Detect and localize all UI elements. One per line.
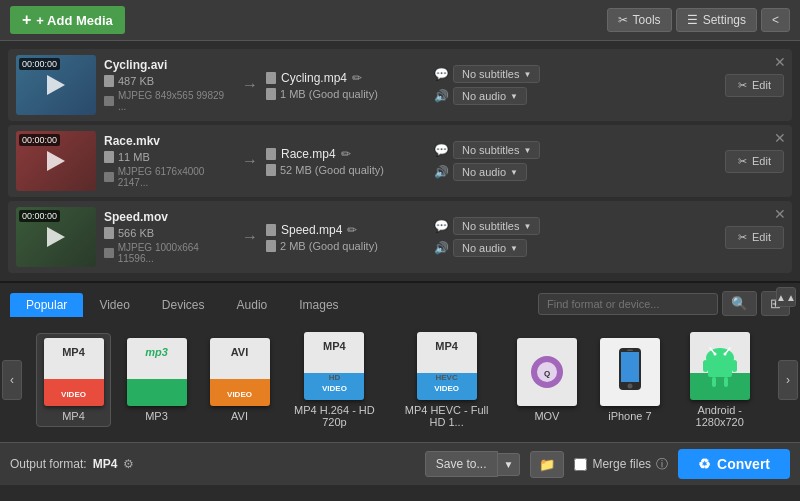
menu-icon: ☰ [687, 13, 698, 27]
subtitle-icon-cycling: 💬 [434, 67, 449, 81]
svg-rect-10 [724, 377, 728, 387]
format-tab-devices[interactable]: Devices [146, 293, 221, 317]
collapse-button[interactable]: ▲▲ [776, 287, 796, 307]
format-icons-area: ‹ MP4 VIDEO MP4 mp3 MP3 AVI VIDEO AVI MP… [0, 318, 800, 442]
play-icon-cycling[interactable] [47, 75, 65, 95]
add-media-button[interactable]: + + Add Media [10, 6, 125, 34]
thumbnail-race: 00:00:00 [16, 131, 96, 191]
audio-dropdown-race[interactable]: No audio ▼ [453, 163, 527, 181]
format-tabs: PopularVideoDevicesAudioImages 🔍 ⊞ [0, 283, 800, 318]
source-codec-race: MJPEG 6176x4000 2147... [104, 166, 234, 188]
subtitle-arrow-icon-race: ▼ [523, 146, 531, 155]
save-to-button[interactable]: Save to... [425, 451, 498, 477]
format-item-android[interactable]: Android - 1280x720 [675, 328, 764, 432]
source-size-race: 11 MB [104, 151, 234, 163]
svg-rect-4 [621, 352, 639, 382]
audio-dropdown-speed[interactable]: No audio ▼ [453, 239, 527, 257]
format-icon-box-mp3: mp3 [127, 338, 187, 406]
format-tab-audio[interactable]: Audio [221, 293, 284, 317]
audio-arrow-icon-race: ▼ [510, 168, 518, 177]
share-button[interactable]: < [761, 8, 790, 32]
svg-rect-8 [708, 357, 732, 377]
tools-button[interactable]: ✂ Tools [607, 8, 672, 32]
output-name-speed: Speed.mp4 ✏ [266, 223, 426, 237]
file-info-cycling: Cycling.avi 487 KB MJPEG 849x565 99829 .… [104, 58, 234, 112]
subtitle-dropdown-race[interactable]: No subtitles ▼ [453, 141, 540, 159]
top-toolbar: + + Add Media ✂ Tools ☰ Settings < [0, 0, 800, 41]
format-item-iphone7[interactable]: iPhone 7 [592, 334, 667, 426]
subtitle-dropdown-speed[interactable]: No subtitles ▼ [453, 217, 540, 235]
audio-row-speed: 🔊 No audio ▼ [434, 239, 717, 257]
source-name-cycling: Cycling.avi [104, 58, 234, 72]
format-label-iphone7: iPhone 7 [608, 410, 651, 422]
convert-button[interactable]: ♻ Convert [678, 449, 790, 479]
output-format: Output format: MP4 ⚙ [10, 457, 134, 471]
audio-row-cycling: 🔊 No audio ▼ [434, 87, 717, 105]
output-file-icon-race [266, 148, 276, 160]
scissors-edit-icon-race: ✂ [738, 155, 747, 168]
play-icon-speed[interactable] [47, 227, 65, 247]
svg-text:Q: Q [544, 369, 550, 378]
format-label-mp3: MP3 [145, 410, 168, 422]
time-badge-speed: 00:00:00 [19, 210, 60, 222]
tools-label: Tools [633, 13, 661, 27]
subtitle-dropdown-cycling[interactable]: No subtitles ▼ [453, 65, 540, 83]
format-search-button[interactable]: 🔍 [722, 291, 757, 316]
edit-button-speed[interactable]: ✂ Edit [725, 226, 784, 249]
plus-icon: + [22, 11, 31, 29]
play-icon-race[interactable] [47, 151, 65, 171]
audio-value-race: No audio [462, 166, 506, 178]
format-item-mp3[interactable]: mp3 MP3 [119, 334, 194, 426]
format-label-mp4hd: MP4 H.264 - HD 720p [289, 404, 380, 428]
save-to-group: Save to... ▼ [425, 451, 521, 477]
format-tab-video[interactable]: Video [83, 293, 145, 317]
audio-value-cycling: No audio [462, 90, 506, 102]
format-icon-box-avi: AVI VIDEO [210, 338, 270, 406]
close-button-cycling[interactable]: ✕ [774, 54, 786, 70]
toolbar-left: + + Add Media [10, 6, 125, 34]
output-filename-cycling: Cycling.mp4 [281, 71, 347, 85]
time-badge-race: 00:00:00 [19, 134, 60, 146]
edit-pencil-icon-cycling[interactable]: ✏ [352, 71, 362, 85]
merge-info-icon: ⓘ [656, 456, 668, 473]
format-nav-right-button[interactable]: › [778, 360, 798, 400]
edit-button-cycling[interactable]: ✂ Edit [725, 74, 784, 97]
edit-button-race[interactable]: ✂ Edit [725, 150, 784, 173]
file-list: 00:00:00 Cycling.avi 487 KB MJPEG 849x56… [0, 41, 800, 281]
format-icon-box-mp4: MP4 VIDEO [44, 338, 104, 406]
subtitle-row-speed: 💬 No subtitles ▼ [434, 217, 717, 235]
edit-pencil-icon-speed[interactable]: ✏ [347, 223, 357, 237]
close-button-race[interactable]: ✕ [774, 130, 786, 146]
save-to-arrow-button[interactable]: ▼ [498, 453, 521, 476]
output-size-cycling: 1 MB (Good quality) [266, 88, 426, 100]
merge-files-group: Merge files ⓘ [574, 456, 668, 473]
arrow-right-cycling: → [242, 76, 258, 94]
audio-dropdown-cycling[interactable]: No audio ▼ [453, 87, 527, 105]
merge-files-checkbox[interactable] [574, 458, 587, 471]
format-tab-popular[interactable]: Popular [10, 293, 83, 317]
format-item-mp4[interactable]: MP4 VIDEO MP4 [36, 333, 111, 427]
folder-button[interactable]: 📁 [530, 451, 564, 478]
format-search-input[interactable] [538, 293, 718, 315]
output-size-speed: 2 MB (Good quality) [266, 240, 426, 252]
format-nav-left-button[interactable]: ‹ [2, 360, 22, 400]
format-item-mov[interactable]: Q MOV [509, 334, 584, 426]
format-label-mp4: MP4 [62, 410, 85, 422]
subtitle-row-race: 💬 No subtitles ▼ [434, 141, 717, 159]
subtitle-audio-speed: 💬 No subtitles ▼ 🔊 No audio ▼ [434, 217, 717, 257]
save-to-label: Save to... [436, 457, 487, 471]
audio-icon-race: 🔊 [434, 165, 449, 179]
gear-icon[interactable]: ⚙ [123, 457, 134, 471]
file-info-race: Race.mkv 11 MB MJPEG 6176x4000 2147... [104, 134, 234, 188]
format-item-mp4hevc[interactable]: MP4 HEVC VIDEO MP4 HEVC - Full HD 1... [392, 328, 502, 432]
settings-button[interactable]: ☰ Settings [676, 8, 757, 32]
format-item-avi[interactable]: AVI VIDEO AVI [202, 334, 277, 426]
close-button-speed[interactable]: ✕ [774, 206, 786, 222]
format-item-mp4hd[interactable]: MP4 HD VIDEO MP4 H.264 - HD 720p [285, 328, 384, 432]
format-tab-images[interactable]: Images [283, 293, 354, 317]
subtitle-value-race: No subtitles [462, 144, 519, 156]
scissors-edit-icon-cycling: ✂ [738, 79, 747, 92]
edit-label-speed: Edit [752, 231, 771, 243]
edit-pencil-icon-race[interactable]: ✏ [341, 147, 351, 161]
time-badge-cycling: 00:00:00 [19, 58, 60, 70]
